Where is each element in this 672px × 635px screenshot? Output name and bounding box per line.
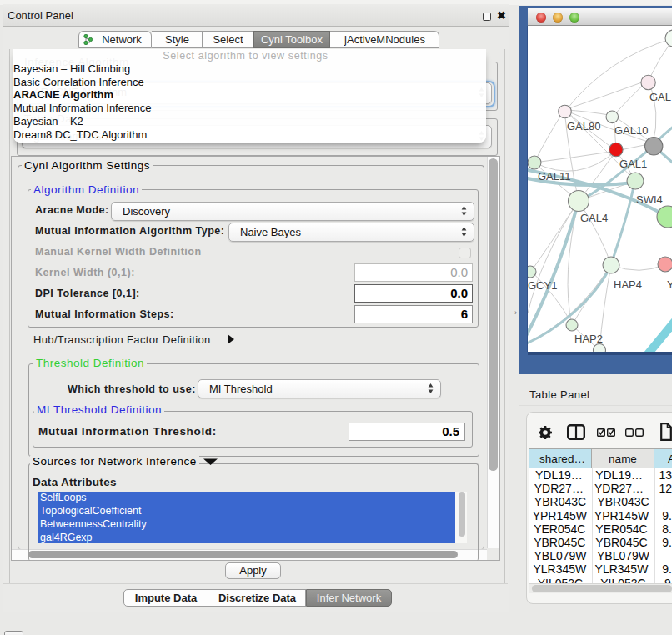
svg-text:GAL4: GAL4 [580,212,608,224]
svg-text:GCY1: GCY1 [528,279,557,292]
svg-text:SWI4: SWI4 [636,193,663,206]
svg-text:HAP4: HAP4 [614,278,642,291]
svg-text:GAL10: GAL10 [614,124,648,137]
svg-text:HAP2: HAP2 [574,332,603,345]
svg-text:GAL80: GAL80 [567,120,600,132]
svg-text:GAL1: GAL1 [619,158,647,170]
svg-text:GAL: GAL [649,91,671,103]
svg-text:Y: Y [667,278,672,291]
svg-text:GAL11: GAL11 [538,170,571,182]
